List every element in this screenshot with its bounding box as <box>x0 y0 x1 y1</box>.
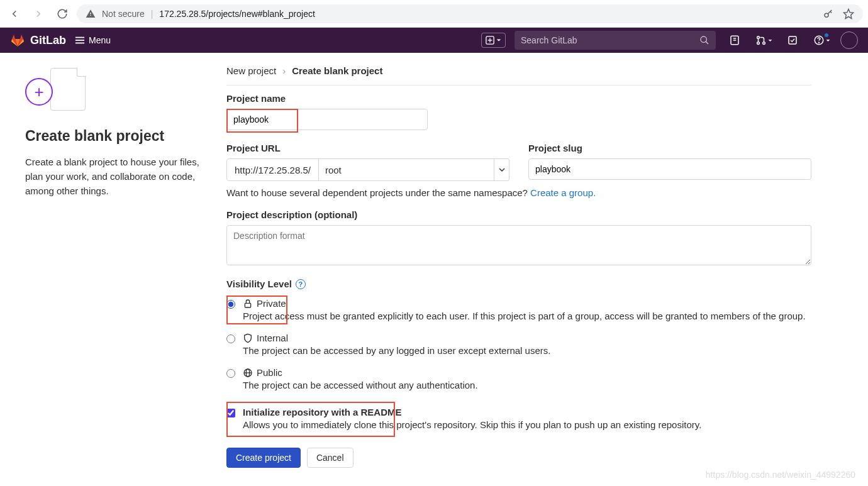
chevron-down-icon <box>826 38 830 43</box>
breadcrumb-separator: › <box>282 65 286 76</box>
reload-button[interactable] <box>53 4 72 23</box>
svg-point-8 <box>701 36 706 42</box>
visibility-public-radio[interactable] <box>226 369 235 378</box>
visibility-public-title: Public <box>257 367 282 378</box>
breadcrumb-prev[interactable]: New project <box>226 65 276 76</box>
visibility-internal-row[interactable]: Internal The project can be accessed by … <box>226 329 811 361</box>
browser-toolbar: Not secure | 172.25.28.5/projects/new#bl… <box>0 0 868 28</box>
visibility-private-desc: Project access must be granted explicitl… <box>243 309 811 323</box>
create-group-link[interactable]: Create a group. <box>530 187 596 198</box>
gitlab-icon <box>10 33 25 48</box>
visibility-public-row[interactable]: Public The project can be accessed witho… <box>226 363 811 395</box>
globe-icon <box>243 368 253 378</box>
menu-trigger[interactable]: Menu <box>75 35 111 45</box>
project-name-label: Project name <box>226 93 811 104</box>
new-dropdown[interactable] <box>481 33 506 48</box>
visibility-internal-title: Internal <box>257 333 288 343</box>
back-button[interactable] <box>5 4 24 23</box>
visibility-private-radio[interactable] <box>226 300 235 309</box>
search-input[interactable] <box>521 35 699 45</box>
gitlab-topbar: GitLab Menu <box>0 28 868 53</box>
svg-point-13 <box>757 36 759 39</box>
todos-icon[interactable] <box>782 30 803 50</box>
avatar[interactable] <box>840 31 858 49</box>
help-icon[interactable] <box>811 30 832 50</box>
page-description: Create a blank project to house your fil… <box>25 155 208 199</box>
namespace-value: root <box>325 165 342 175</box>
star-icon[interactable] <box>843 8 854 19</box>
plus-circle-icon: + <box>25 78 53 106</box>
visibility-private-title: Private <box>257 298 286 309</box>
cancel-button[interactable]: Cancel <box>307 448 353 468</box>
security-label: Not secure <box>102 9 145 19</box>
create-project-illustration: + <box>25 65 208 116</box>
chevron-down-icon <box>499 167 505 173</box>
visibility-public-desc: The project can be accessed without any … <box>243 378 811 392</box>
visibility-label: Visibility Level ? <box>226 279 811 289</box>
readme-desc: Allows you to immediately clone this pro… <box>243 418 811 431</box>
issues-icon[interactable] <box>725 30 745 50</box>
url-text: 172.25.28.5/projects/new#blank_project <box>159 9 315 19</box>
readme-row[interactable]: Initialize repository with a README Allo… <box>226 403 811 435</box>
svg-point-15 <box>762 42 765 45</box>
breadcrumb: New project › Create blank project <box>226 65 811 86</box>
svg-point-18 <box>818 42 819 43</box>
project-url-prefix: http://172.25.28.5/ <box>226 158 319 181</box>
warning-icon <box>86 9 96 19</box>
svg-line-9 <box>706 41 708 44</box>
svg-rect-19 <box>245 303 250 307</box>
readme-title: Initialize repository with a README <box>243 407 402 417</box>
brand-text: GitLab <box>30 34 66 47</box>
watermark: https://blog.csdn.net/weixin_44992260 <box>706 470 855 480</box>
project-url-label: Project URL <box>226 143 509 153</box>
project-slug-label: Project slug <box>528 143 811 153</box>
project-slug-input[interactable] <box>528 158 811 180</box>
plus-icon <box>486 36 494 45</box>
visibility-private-row[interactable]: Private Project access must be granted e… <box>226 294 811 326</box>
hamburger-icon <box>75 36 85 45</box>
readme-checkbox[interactable] <box>226 409 235 417</box>
address-bar[interactable]: Not secure | 172.25.28.5/projects/new#bl… <box>77 4 863 23</box>
help-icon[interactable]: ? <box>296 279 306 289</box>
description-input[interactable] <box>226 225 811 265</box>
search-box[interactable] <box>515 31 716 50</box>
forward-button[interactable] <box>29 4 48 23</box>
chevron-down-icon <box>768 38 772 43</box>
breadcrumb-current: Create blank project <box>292 65 382 76</box>
chevron-down-icon <box>496 38 501 43</box>
create-project-button[interactable]: Create project <box>226 448 301 468</box>
namespace-hint: Want to house several dependent projects… <box>226 187 811 198</box>
search-icon <box>699 35 709 45</box>
merge-requests-icon[interactable] <box>754 30 774 50</box>
svg-rect-16 <box>789 36 796 44</box>
project-name-input[interactable] <box>226 109 428 130</box>
visibility-internal-radio[interactable] <box>226 334 235 343</box>
lock-icon <box>243 299 253 309</box>
description-label: Project description (optional) <box>226 209 811 220</box>
namespace-dropdown[interactable]: root <box>319 158 509 181</box>
page-title: Create blank project <box>25 127 208 146</box>
menu-label: Menu <box>89 35 111 45</box>
gitlab-logo[interactable]: GitLab <box>10 33 66 48</box>
svg-point-14 <box>757 42 759 45</box>
key-icon[interactable] <box>823 8 834 19</box>
svg-marker-1 <box>844 9 854 18</box>
shield-icon <box>243 333 253 343</box>
visibility-internal-desc: The project can be accessed by any logge… <box>243 344 811 357</box>
